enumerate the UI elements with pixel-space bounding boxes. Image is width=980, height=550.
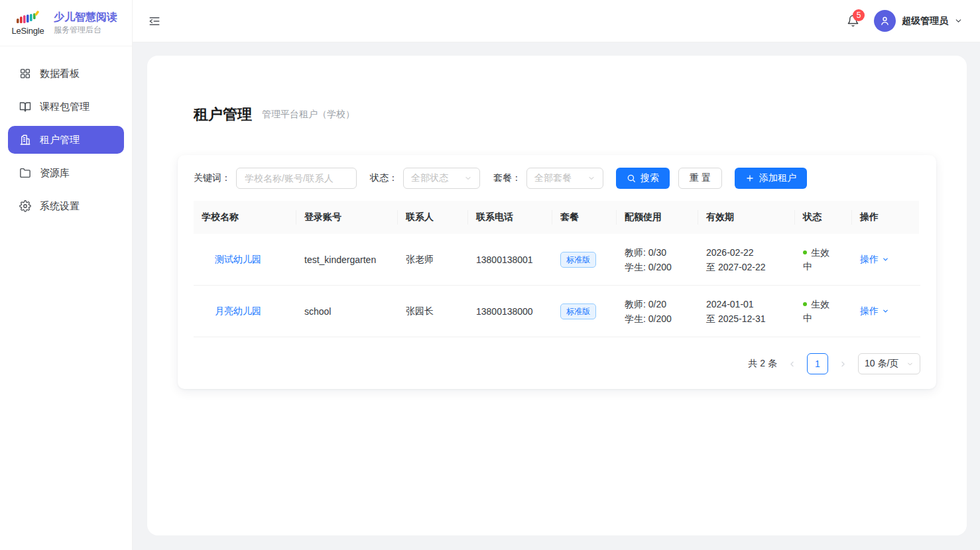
package-select[interactable]: 全部套餐	[526, 168, 603, 189]
contact-cell: 张园长	[398, 286, 468, 337]
status-dot	[803, 250, 807, 254]
page-header: 租户管理 管理平台租户（学校）	[194, 105, 936, 125]
chevron-down-icon	[587, 174, 595, 182]
school-link[interactable]: 月亮幼儿园	[215, 305, 261, 317]
page-size-value: 10 条/页	[865, 358, 898, 370]
status-cell: 生效中	[795, 286, 852, 337]
chevron-down-icon	[954, 17, 963, 25]
lesingle-logo: LeSingle	[9, 11, 46, 36]
status-cell: 生效中	[795, 234, 852, 285]
status-badge: 生效中	[803, 247, 829, 272]
phone-cell: 13800138000	[468, 286, 552, 337]
menu-fold-icon[interactable]	[149, 15, 160, 27]
sidebar-item-label: 租户管理	[40, 134, 80, 146]
page-subtitle: 管理平台租户（学校）	[262, 109, 355, 121]
page-size-select[interactable]: 10 条/页	[858, 353, 920, 374]
chevron-down-icon	[906, 360, 914, 368]
add-tenant-button[interactable]: 添加租户	[735, 168, 807, 189]
quota-teacher: 教师: 0/30	[625, 245, 666, 260]
validity-cell: 2024-01-01 至 2025-12-31	[698, 286, 795, 337]
quota-student: 学生: 0/200	[625, 311, 672, 326]
user-menu-trigger[interactable]: 超级管理员	[874, 10, 963, 32]
logo-bars-icon	[15, 11, 41, 25]
account-cell: school	[296, 286, 398, 337]
brand-subtitle: 服务管理后台	[54, 25, 117, 35]
keyword-label: 关键词：	[194, 172, 231, 184]
status-label: 状态：	[370, 172, 398, 184]
action-label: 操作	[860, 254, 879, 266]
page-title: 租户管理	[194, 105, 252, 125]
status-select-value: 全部状态	[411, 172, 448, 184]
keyword-input[interactable]	[236, 168, 357, 189]
sidebar: LeSingle 少儿智慧阅读 服务管理后台 数据看板 课程包管理	[0, 0, 133, 550]
status-select[interactable]: 全部状态	[403, 168, 480, 189]
valid-to: 至 2027-02-22	[706, 260, 766, 274]
user-icon	[879, 15, 890, 27]
avatar	[874, 10, 896, 32]
action-label: 操作	[860, 305, 879, 317]
tenant-table: 学校名称 登录账号 联系人 联系电话 套餐 配额使用 有效期 状态 操作	[194, 201, 920, 337]
username: 超级管理员	[902, 15, 948, 27]
filter-bar: 关键词： 状态： 全部状态 套餐： 全部套餐	[194, 168, 920, 189]
pagination: 共 2 条 1 10 条/页	[194, 353, 920, 374]
col-school: 学校名称	[194, 201, 296, 234]
brand-title: 少儿智慧阅读	[54, 11, 117, 24]
app-root: LeSingle 少儿智慧阅读 服务管理后台 数据看板 课程包管理	[0, 0, 980, 550]
quota-teacher: 教师: 0/20	[625, 297, 666, 311]
sidebar-item-label: 数据看板	[40, 68, 80, 80]
book-icon	[19, 101, 31, 113]
chevron-down-icon	[882, 256, 889, 263]
col-phone: 联系电话	[468, 201, 552, 234]
reset-button[interactable]: 重 置	[678, 168, 722, 189]
reset-button-label: 重 置	[690, 172, 711, 184]
building-icon	[19, 134, 31, 146]
plus-icon	[745, 174, 755, 183]
col-actions: 操作	[852, 201, 919, 234]
search-button[interactable]: 搜索	[616, 168, 670, 189]
notification-badge: 5	[853, 9, 865, 21]
sidebar-item-tenants[interactable]: 租户管理	[8, 126, 124, 154]
pagination-prev-button[interactable]	[788, 360, 796, 368]
table-row: 测试幼儿园 test_kindergarten 张老师 13800138001 …	[194, 234, 920, 286]
chevron-down-icon	[882, 307, 889, 315]
sidebar-item-resources[interactable]: 资源库	[8, 159, 124, 187]
search-button-label: 搜索	[641, 172, 659, 184]
pagination-page-1[interactable]: 1	[807, 353, 828, 374]
package-select-value: 全部套餐	[534, 172, 572, 184]
sidebar-item-settings[interactable]: 系统设置	[8, 192, 124, 220]
brand-text: 少儿智慧阅读 服务管理后台	[54, 11, 117, 35]
account-cell: test_kindergarten	[296, 234, 398, 285]
school-link[interactable]: 测试幼儿园	[215, 254, 261, 266]
content-area: 租户管理 管理平台租户（学校） 关键词： 状态： 全部状态 套餐：	[133, 42, 980, 550]
sidebar-item-course-packages[interactable]: 课程包管理	[8, 93, 124, 121]
brand-header: LeSingle 少儿智慧阅读 服务管理后台	[0, 0, 132, 46]
quota-cell: 教师: 0/30 学生: 0/200	[617, 234, 698, 285]
status-badge: 生效中	[803, 299, 829, 323]
main-area: 5 超级管理员 租户管理 管理平台租户（学校）	[133, 0, 980, 550]
quota-cell: 教师: 0/20 学生: 0/200	[617, 286, 698, 337]
add-tenant-button-label: 添加租户	[759, 172, 796, 184]
page-card: 租户管理 管理平台租户（学校） 关键词： 状态： 全部状态 套餐：	[147, 56, 967, 535]
col-quota: 配额使用	[617, 201, 698, 234]
col-package: 套餐	[552, 201, 617, 234]
contact-cell: 张老师	[398, 234, 468, 285]
row-actions-dropdown[interactable]: 操作	[860, 254, 889, 266]
valid-to: 至 2025-12-31	[706, 311, 766, 326]
logo-wordmark: LeSingle	[12, 26, 44, 36]
chevron-down-icon	[464, 174, 472, 182]
pagination-total: 共 2 条	[748, 358, 777, 370]
sidebar-item-label: 资源库	[40, 167, 70, 180]
sidebar-item-label: 课程包管理	[40, 101, 90, 113]
col-contact: 联系人	[398, 201, 468, 234]
sidebar-item-dashboard[interactable]: 数据看板	[8, 60, 124, 87]
phone-cell: 13800138001	[468, 234, 552, 285]
row-actions-dropdown[interactable]: 操作	[860, 305, 889, 317]
col-status: 状态	[795, 201, 852, 234]
package-tag: 标准版	[560, 252, 596, 268]
table-header-row: 学校名称 登录账号 联系人 联系电话 套餐 配额使用 有效期 状态 操作	[194, 201, 920, 234]
validity-cell: 2026-02-22 至 2027-02-22	[698, 234, 795, 285]
notification-bell-icon[interactable]: 5	[847, 15, 859, 27]
col-account: 登录账号	[296, 201, 398, 234]
pagination-next-button[interactable]	[839, 360, 847, 368]
valid-from: 2024-01-01	[706, 297, 754, 311]
